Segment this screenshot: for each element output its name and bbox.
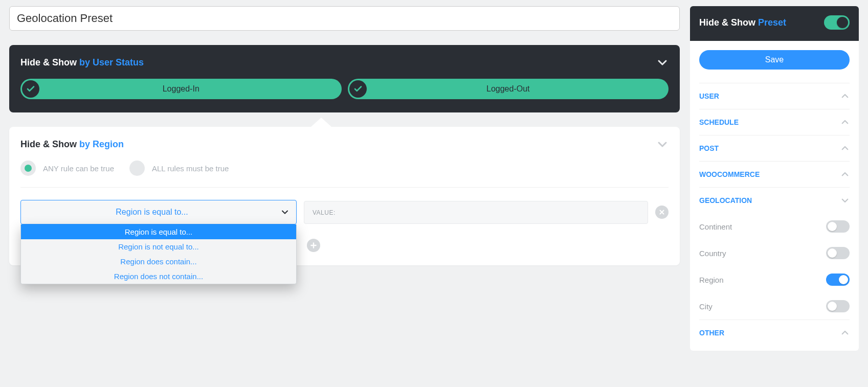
chevron-up-icon	[840, 170, 850, 179]
section-geolocation[interactable]: GEOLOCATION	[699, 187, 850, 213]
select-value: Region is equal to...	[116, 208, 188, 217]
check-icon	[349, 80, 367, 98]
section-woocommerce[interactable]: WOOCOMMERCE	[699, 161, 850, 187]
section-label: OTHER	[699, 329, 724, 337]
rule-operator-dropdown: Region is equal to... Region is not equa…	[20, 224, 297, 284]
radio-any-rule[interactable]: ANY rule can be true	[20, 161, 114, 176]
check-icon	[22, 80, 39, 98]
panel-region: Hide & Show by Region ANY rule can be tr…	[9, 127, 680, 265]
pill-logged-out[interactable]: Logged-Out	[348, 79, 669, 99]
sidebar-header: Hide & Show Preset	[690, 6, 859, 41]
geo-item-country[interactable]: Country	[699, 240, 850, 266]
chevron-down-icon[interactable]	[656, 138, 669, 150]
geo-item-label: City	[699, 302, 713, 311]
chevron-up-icon	[840, 144, 850, 153]
pill-logged-in[interactable]: Logged-In	[20, 79, 342, 99]
rule-operator-select[interactable]: Region is equal to...	[20, 200, 297, 224]
panel-region-title: Hide & Show by Region	[20, 139, 124, 150]
section-label: SCHEDULE	[699, 118, 739, 126]
sidebar-title: Hide & Show Preset	[699, 17, 786, 28]
section-schedule[interactable]: SCHEDULE	[699, 109, 850, 135]
panel-user-status: Hide & Show by User Status Logged-In Log…	[9, 45, 680, 112]
radio-dot-icon	[20, 161, 36, 176]
dropdown-option[interactable]: Region is not equal to...	[21, 239, 296, 254]
geo-item-continent[interactable]: Continent	[699, 213, 850, 240]
section-label: WOOCOMMERCE	[699, 170, 760, 178]
rule-value-input[interactable]	[304, 201, 648, 224]
radio-all-rules[interactable]: ALL rules must be true	[129, 161, 229, 176]
geo-item-region[interactable]: Region	[699, 266, 850, 293]
toggle-city[interactable]	[826, 300, 850, 312]
geo-item-city[interactable]: City	[699, 293, 850, 320]
save-button[interactable]: Save	[699, 50, 850, 70]
radio-label: ALL rules must be true	[152, 164, 229, 173]
section-label: POST	[699, 144, 719, 152]
preset-title-input[interactable]	[9, 6, 680, 31]
chevron-up-icon	[840, 92, 850, 101]
chevron-up-icon	[840, 118, 850, 127]
radio-label: ANY rule can be true	[43, 164, 114, 173]
preset-enable-toggle[interactable]	[824, 15, 850, 30]
toggle-continent[interactable]	[826, 220, 850, 233]
chevron-up-icon	[840, 328, 850, 337]
dropdown-option[interactable]: Region is equal to...	[21, 224, 296, 239]
pill-label: Logged-In	[163, 84, 199, 94]
toggle-country[interactable]	[826, 247, 850, 259]
section-post[interactable]: POST	[699, 135, 850, 161]
section-label: GEOLOCATION	[699, 196, 752, 204]
chevron-down-icon	[280, 207, 290, 217]
geo-item-label: Country	[699, 249, 726, 258]
section-label: USER	[699, 92, 719, 100]
section-other[interactable]: OTHER	[699, 320, 850, 346]
panel-user-status-title: Hide & Show by User Status	[20, 57, 144, 68]
remove-rule-button[interactable]	[655, 206, 669, 219]
geo-item-label: Continent	[699, 222, 732, 231]
chevron-down-icon	[840, 196, 850, 205]
toggle-region[interactable]	[826, 274, 850, 286]
geo-item-label: Region	[699, 276, 724, 284]
dropdown-option[interactable]: Region does not contain...	[21, 269, 296, 284]
pill-label: Logged-Out	[486, 84, 530, 94]
section-user[interactable]: USER	[699, 83, 850, 109]
chevron-down-icon[interactable]	[656, 56, 669, 69]
dropdown-option[interactable]: Region does contain...	[21, 254, 296, 269]
radio-dot-icon	[129, 161, 145, 176]
add-rule-button[interactable]	[307, 239, 320, 252]
